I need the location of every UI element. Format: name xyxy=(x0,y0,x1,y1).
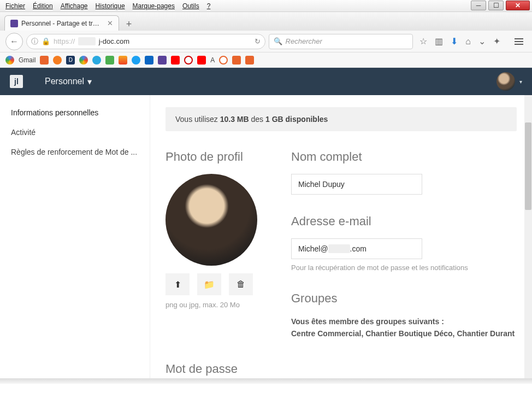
bookmark-p-icon[interactable] xyxy=(245,56,254,65)
delete-photo-button[interactable]: 🗑 xyxy=(229,273,253,295)
browser-navbar: ← ⓘ 🔒 https:// j-doc.com ↻ 🔍 Rechercher … xyxy=(0,31,532,52)
nav-back-button[interactable]: ← xyxy=(5,33,23,50)
bookmark-gmail[interactable]: Gmail xyxy=(19,56,36,64)
home-icon[interactable]: ⌂ xyxy=(465,37,471,46)
browser-tab-strip: Personnel - Partage et tran… ✕ + xyxy=(0,12,532,31)
storage-quota-banner: Vous utilisez 10.3 MB des 1 GB disponibl… xyxy=(165,107,517,131)
app-section-label: Personnel xyxy=(45,77,84,86)
full-name-title: Nom complet xyxy=(291,150,517,164)
window-maximize-button[interactable]: ☐ xyxy=(488,1,504,10)
profile-photo-actions: ⬆ 📁 🗑 xyxy=(165,273,269,295)
bookmark-a[interactable]: A xyxy=(210,56,215,64)
browser-tab[interactable]: Personnel - Partage et tran… ✕ xyxy=(4,15,119,31)
settings-main: Vous utilisez 10.3 MB des 1 GB disponibl… xyxy=(150,95,532,378)
app-logo[interactable]: jl xyxy=(10,75,23,88)
bookmark-analytics-icon[interactable] xyxy=(119,56,127,65)
email-input[interactable]: Michel@ .com xyxy=(291,238,422,259)
bookmark-twitter-icon[interactable] xyxy=(132,56,140,65)
folder-icon: 📁 xyxy=(204,279,215,290)
quota-prefix: Vous utilisez xyxy=(175,115,220,124)
choose-photo-button[interactable]: 📁 xyxy=(197,273,221,295)
browser-search-input[interactable]: 🔍 Rechercher xyxy=(269,34,413,49)
new-tab-button[interactable]: + xyxy=(121,17,137,31)
groups-title: Groupes xyxy=(291,291,517,306)
menu-bookmarks[interactable]: Marque-pages xyxy=(129,1,178,11)
upload-icon: ⬆ xyxy=(174,279,181,290)
groups-intro: Vous êtes membre des groupes suivants : xyxy=(291,315,517,327)
app-menu-button[interactable] xyxy=(511,34,527,49)
email-hidden xyxy=(328,244,350,253)
scrollbar-track[interactable] xyxy=(524,95,532,378)
menu-tools[interactable]: Outils xyxy=(179,1,203,11)
sidebar-item-personal-info[interactable]: Informations personnelles xyxy=(0,103,150,122)
url-hidden-host xyxy=(78,37,96,45)
downloads-icon[interactable]: ⬇ xyxy=(451,36,458,46)
quota-total: 1 GB disponibles xyxy=(265,115,328,124)
password-title: Mot de passe xyxy=(165,362,517,376)
tab-favicon xyxy=(10,20,18,27)
bookmark-google-icon[interactable] xyxy=(5,56,14,65)
extensions-icon[interactable]: ✦ xyxy=(493,36,500,46)
tab-title: Personnel - Partage et tran… xyxy=(21,20,103,27)
upload-photo-button[interactable]: ⬆ xyxy=(165,273,190,295)
bookmark-cp-icon[interactable] xyxy=(40,56,49,65)
bookmark-c-icon[interactable] xyxy=(184,56,193,65)
bookmark-app-icon[interactable] xyxy=(158,56,167,65)
pocket-icon[interactable]: ⌄ xyxy=(478,36,486,46)
content-area: Informations personnelles Activité Règle… xyxy=(0,95,532,378)
user-menu-caret-icon[interactable]: ▾ xyxy=(519,79,522,85)
bookmark-linkedin-icon[interactable] xyxy=(145,56,153,65)
tab-close-icon[interactable]: ✕ xyxy=(107,19,113,27)
trash-icon: 🗑 xyxy=(237,279,245,289)
settings-sidebar: Informations personnelles Activité Règle… xyxy=(0,95,150,378)
caret-down-icon: ▾ xyxy=(87,77,92,87)
profile-photo-title: Photo de profil xyxy=(165,150,269,164)
email-title: Adresse e-mail xyxy=(291,214,517,229)
bookmark-o-icon[interactable] xyxy=(219,56,228,65)
address-bar[interactable]: ⓘ 🔒 https:// j-doc.com ↻ xyxy=(26,34,265,49)
bookmark-yt2-icon[interactable] xyxy=(197,56,206,65)
groups-list: Centre Commercial, Chantier Boutique Déc… xyxy=(291,327,517,340)
search-icon: 🔍 xyxy=(274,37,282,45)
menu-view[interactable]: Affichage xyxy=(57,1,91,11)
bookmarks-bar: Gmail D A xyxy=(0,52,532,68)
scrollbar-thumb[interactable] xyxy=(525,122,531,210)
quota-used: 10.3 MB xyxy=(220,115,249,124)
window-close-button[interactable]: ✕ xyxy=(506,1,530,10)
bookmark-d-icon[interactable]: D xyxy=(66,56,75,65)
sidebar-item-activity[interactable]: Activité xyxy=(0,122,150,142)
search-placeholder: Rechercher xyxy=(286,37,322,45)
lock-icon: 🔒 xyxy=(42,37,50,45)
url-host: j-doc.com xyxy=(99,37,129,45)
bookmark-yt1-icon[interactable] xyxy=(171,56,180,65)
app-header: jl Personnel ▾ ▾ xyxy=(0,68,532,95)
menu-help[interactable]: ? xyxy=(204,1,214,11)
email-prefix: Michel@ xyxy=(298,244,328,253)
reload-icon[interactable]: ↻ xyxy=(255,37,261,45)
full-name-input[interactable] xyxy=(291,174,422,195)
bookmark-joomla-icon[interactable] xyxy=(53,56,62,65)
user-avatar[interactable] xyxy=(496,72,515,91)
library-icon[interactable]: ▥ xyxy=(435,36,443,46)
profile-photo xyxy=(165,174,257,266)
quota-mid: des xyxy=(249,115,265,124)
photo-hint: png ou jpg, max. 20 Mo xyxy=(165,301,269,309)
bookmark-google2-icon[interactable] xyxy=(79,56,88,65)
info-icon: ⓘ xyxy=(31,37,38,46)
menu-edit[interactable]: Édition xyxy=(29,1,56,11)
app-section-menu[interactable]: Personnel ▾ xyxy=(45,77,92,87)
menu-history[interactable]: Historique xyxy=(92,1,128,11)
sidebar-item-password-policy[interactable]: Règles de renforcement de Mot de ... xyxy=(0,142,150,162)
bookmark-fire-icon[interactable] xyxy=(232,56,241,65)
bookmark-px-icon[interactable] xyxy=(105,56,114,65)
email-hint: Pour la récupération de mot de passe et … xyxy=(291,264,517,272)
email-suffix: .com xyxy=(350,244,367,253)
bookmark-cloud-icon[interactable] xyxy=(92,56,101,65)
window-footer-shadow xyxy=(0,378,532,384)
bookmark-star-icon[interactable]: ☆ xyxy=(419,36,427,46)
menu-file[interactable]: Fichier xyxy=(2,1,28,11)
window-minimize-button[interactable]: ─ xyxy=(471,1,486,10)
os-menu-bar: Fichier Édition Affichage Historique Mar… xyxy=(0,0,532,12)
toolbar-icons: ☆ ▥ ⬇ ⌂ ⌄ ✦ xyxy=(416,36,504,46)
url-scheme: https:// xyxy=(54,37,75,45)
